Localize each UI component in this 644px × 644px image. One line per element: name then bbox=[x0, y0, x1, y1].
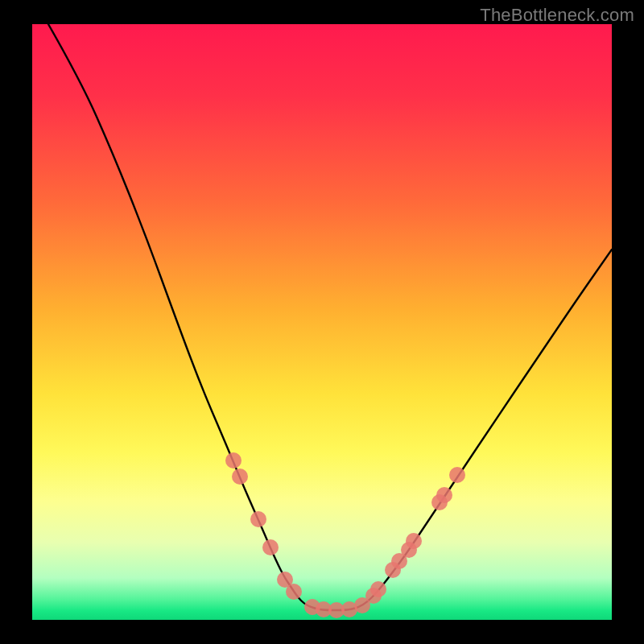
plot-area bbox=[32, 24, 612, 620]
curve-marker bbox=[232, 469, 248, 485]
curve-marker bbox=[436, 487, 452, 503]
bottleneck-curve bbox=[48, 24, 612, 610]
curve-marker bbox=[449, 467, 465, 483]
curve-marker bbox=[406, 533, 422, 549]
curve-marker bbox=[262, 539, 279, 555]
curve-marker bbox=[225, 452, 242, 469]
watermark-text: TheBottleneck.com bbox=[480, 5, 634, 26]
curve-layer bbox=[32, 24, 612, 620]
curve-markers bbox=[225, 452, 465, 618]
chart-frame: TheBottleneck.com bbox=[0, 0, 644, 644]
curve-marker bbox=[250, 511, 266, 527]
curve-marker bbox=[370, 581, 386, 597]
curve-marker bbox=[286, 584, 302, 600]
